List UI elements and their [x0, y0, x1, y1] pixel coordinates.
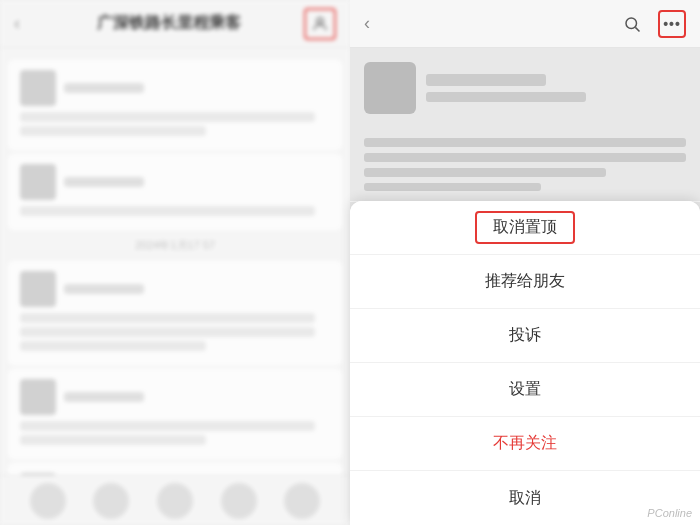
- menu-item-report-label: 投诉: [509, 325, 541, 346]
- feed-text: [20, 126, 206, 136]
- list-item: [8, 369, 342, 459]
- left-panel: ‹ 广深铁路长里程乘客 2024年1月17 57: [0, 0, 350, 525]
- menu-item-settings-label: 设置: [509, 379, 541, 400]
- avatar: [20, 70, 56, 106]
- avatar: [20, 379, 56, 415]
- context-menu-overlay: 取消置顶 推荐给朋友 投诉 设置 不再关注 取消: [350, 0, 700, 525]
- left-header: ‹ 广深铁路长里程乘客: [0, 0, 350, 48]
- feed-list: 2024年1月17 57: [0, 48, 350, 475]
- menu-item-recommend[interactable]: 推荐给朋友: [350, 255, 700, 309]
- feed-text: [20, 327, 315, 337]
- avatar: [20, 164, 56, 200]
- menu-item-unfollow-label: 不再关注: [493, 433, 557, 454]
- list-item: [8, 60, 342, 150]
- svg-point-0: [317, 18, 323, 24]
- left-title: 广深铁路长里程乘客: [34, 13, 304, 34]
- menu-item-recommend-label: 推荐给朋友: [485, 271, 565, 292]
- feed-name: [64, 284, 144, 294]
- list-item: [8, 261, 342, 365]
- menu-item-unfollow[interactable]: 不再关注: [350, 417, 700, 471]
- bottom-icon-1[interactable]: [30, 483, 66, 519]
- context-menu: 取消置顶 推荐给朋友 投诉 设置 不再关注 取消: [350, 201, 700, 525]
- person-icon[interactable]: [304, 8, 336, 40]
- feed-name: [64, 177, 144, 187]
- menu-item-cancel-label: 取消: [509, 488, 541, 509]
- bottom-icon-2[interactable]: [93, 483, 129, 519]
- feed-text: [20, 435, 206, 445]
- feed-text: [20, 421, 315, 431]
- bottom-icon-5[interactable]: [284, 483, 320, 519]
- list-item: [8, 154, 342, 230]
- list-item: [8, 463, 342, 475]
- menu-item-unpin-label: 取消置顶: [475, 211, 575, 244]
- back-icon-left[interactable]: ‹: [14, 13, 34, 34]
- feed-date: 2024年1月17 57: [0, 238, 350, 253]
- bottom-icon-4[interactable]: [221, 483, 257, 519]
- feed-text: [20, 206, 315, 216]
- right-panel: ‹ ••• 已关注公众号 发消息: [350, 0, 700, 525]
- watermark: PConline: [647, 507, 692, 519]
- feed-text: [20, 313, 315, 323]
- feed-text: [20, 341, 206, 351]
- menu-item-unpin[interactable]: 取消置顶: [350, 201, 700, 255]
- menu-item-report[interactable]: 投诉: [350, 309, 700, 363]
- avatar: [20, 271, 56, 307]
- bottom-toolbar: [0, 475, 350, 525]
- feed-text: [20, 112, 315, 122]
- menu-item-settings[interactable]: 设置: [350, 363, 700, 417]
- feed-name: [64, 83, 144, 93]
- feed-name: [64, 392, 144, 402]
- bottom-icon-3[interactable]: [157, 483, 193, 519]
